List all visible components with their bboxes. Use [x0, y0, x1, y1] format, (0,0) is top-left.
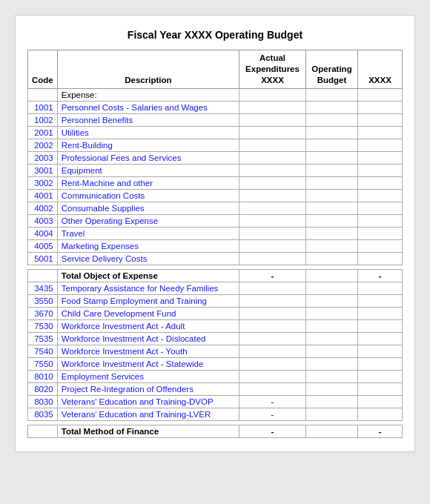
- expense-item-row: 5001 Service Delivery Costs: [28, 252, 403, 265]
- item-opbudget: [306, 101, 358, 113]
- col-header-actual: Actual Expenditures XXXX: [239, 50, 306, 89]
- finance-code: 7535: [28, 332, 58, 345]
- item-opbudget: [306, 239, 358, 252]
- item-actual: [239, 139, 306, 151]
- item-opbudget: [306, 113, 358, 126]
- item-desc: Professional Fees and Services: [57, 151, 239, 164]
- item-actual: [239, 126, 306, 139]
- item-code: 3002: [28, 176, 58, 189]
- total-obj-xxxx: -: [358, 269, 403, 282]
- finance-opbudget: [306, 332, 358, 345]
- item-actual: [239, 252, 306, 265]
- expense-actual-cell: [239, 88, 306, 101]
- finance-xxxx: [358, 395, 403, 408]
- item-desc: Utilities: [57, 126, 239, 139]
- item-actual: [239, 189, 306, 202]
- finance-opbudget: [306, 382, 358, 395]
- finance-desc: Veterans' Education and Training-LVER: [57, 408, 239, 420]
- item-opbudget: [306, 189, 358, 202]
- item-code: 2003: [28, 151, 58, 164]
- expense-item-row: 2003 Professional Fees and Services: [28, 151, 403, 164]
- finance-actual: [239, 382, 306, 395]
- total-finance-row: Total Method of Finance - -: [28, 425, 403, 437]
- finance-desc: Workforce Investment Act - Adult: [57, 319, 239, 332]
- finance-code: 7540: [28, 345, 58, 357]
- expense-code-cell: [28, 88, 58, 101]
- finance-xxxx: [358, 408, 403, 420]
- total-obj-code: [28, 269, 58, 282]
- finance-item-row: 7535 Workforce Investment Act - Dislocat…: [28, 332, 403, 345]
- finance-code: 8020: [28, 382, 58, 395]
- finance-item-row: 8020 Project Re-Integration of Offenders: [28, 382, 403, 395]
- item-actual: [239, 202, 306, 214]
- item-desc: Marketing Expenses: [57, 239, 239, 252]
- item-xxxx: [358, 189, 403, 202]
- expense-item-row: 1001 Personnel Costs - Salaries and Wage…: [28, 101, 403, 113]
- total-fin-actual: -: [239, 425, 306, 437]
- item-desc: Personnel Benefits: [57, 113, 239, 126]
- total-obj-opbudget: [306, 269, 358, 282]
- col-header-description: Description: [57, 50, 239, 89]
- item-xxxx: [358, 113, 403, 126]
- finance-code: 7530: [28, 319, 58, 332]
- expense-item-row: 4004 Travel: [28, 227, 403, 239]
- col-header-operating-budget: Operating Budget: [306, 50, 358, 89]
- finance-xxxx: [358, 382, 403, 395]
- col-header-xxxx: XXXX: [358, 50, 403, 89]
- finance-xxxx: [358, 357, 403, 370]
- item-code: 4001: [28, 189, 58, 202]
- item-code: 4003: [28, 214, 58, 227]
- item-opbudget: [306, 202, 358, 214]
- finance-actual: [239, 294, 306, 307]
- item-opbudget: [306, 151, 358, 164]
- total-object-row: Total Object of Expense - -: [28, 269, 403, 282]
- finance-item-row: 8030 Veterans' Education and Training-DV…: [28, 395, 403, 408]
- item-code: 3001: [28, 164, 58, 176]
- page-title: Fiscal Year XXXX Operating Budget: [27, 29, 403, 41]
- finance-desc: Workforce Investment Act - Youth: [57, 345, 239, 357]
- item-xxxx: [358, 252, 403, 265]
- item-code: 5001: [28, 252, 58, 265]
- finance-desc: Child Care Development Fund: [57, 307, 239, 319]
- total-fin-code: [28, 425, 58, 437]
- expense-label-row: Expense:: [28, 88, 403, 101]
- finance-opbudget: [306, 357, 358, 370]
- item-xxxx: [358, 176, 403, 189]
- finance-item-row: 8035 Veterans' Education and Training-LV…: [28, 408, 403, 420]
- item-code: 4005: [28, 239, 58, 252]
- item-opbudget: [306, 227, 358, 239]
- finance-desc: Workforce Investment Act - Dislocated: [57, 332, 239, 345]
- item-actual: [239, 151, 306, 164]
- expense-item-row: 4005 Marketing Expenses: [28, 239, 403, 252]
- item-opbudget: [306, 126, 358, 139]
- finance-code: 7550: [28, 357, 58, 370]
- finance-opbudget: [306, 345, 358, 357]
- total-obj-label: Total Object of Expense: [57, 269, 239, 282]
- finance-xxxx: [358, 332, 403, 345]
- budget-table: Code Description Actual Expenditures XXX…: [27, 50, 403, 438]
- expense-opbudget-cell: [306, 88, 358, 101]
- finance-actual: [239, 307, 306, 319]
- item-desc: Consumable Supplies: [57, 202, 239, 214]
- item-desc: Communication Costs: [57, 189, 239, 202]
- finance-code: 3550: [28, 294, 58, 307]
- finance-opbudget: [306, 294, 358, 307]
- item-desc: Equipment: [57, 164, 239, 176]
- finance-actual: -: [239, 395, 306, 408]
- finance-desc: Employment Services: [57, 370, 239, 382]
- page: Fiscal Year XXXX Operating Budget Code D…: [15, 15, 415, 452]
- expense-item-row: 4002 Consumable Supplies: [28, 202, 403, 214]
- finance-item-row: 3550 Food Stamp Employment and Training: [28, 294, 403, 307]
- item-desc: Travel: [57, 227, 239, 239]
- finance-code: 8035: [28, 408, 58, 420]
- finance-opbudget: [306, 408, 358, 420]
- finance-opbudget: [306, 282, 358, 294]
- finance-code: 8030: [28, 395, 58, 408]
- item-opbudget: [306, 252, 358, 265]
- finance-actual: [239, 357, 306, 370]
- finance-item-row: 7530 Workforce Investment Act - Adult: [28, 319, 403, 332]
- total-fin-label: Total Method of Finance: [57, 425, 239, 437]
- item-actual: [239, 227, 306, 239]
- expense-item-row: 2001 Utilities: [28, 126, 403, 139]
- finance-code: 3670: [28, 307, 58, 319]
